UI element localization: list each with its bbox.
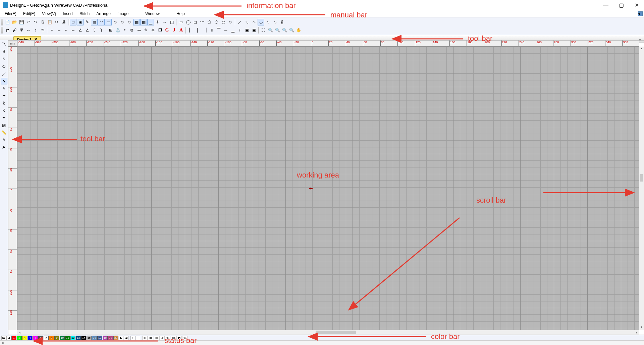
menu-arrange[interactable]: Arrange <box>93 11 114 17</box>
node2-icon[interactable]: ✦ <box>1 92 7 99</box>
letter-g[interactable]: G <box>164 27 170 33</box>
spiral-icon[interactable]: § <box>279 19 285 25</box>
text2-icon[interactable]: A <box>1 144 7 151</box>
pencil-icon[interactable]: ✎ <box>1 85 7 92</box>
zigzag-icon[interactable]: 〽 <box>1 41 7 48</box>
grid-icon[interactable]: ▦ <box>133 19 140 25</box>
c6-icon[interactable]: ∠ <box>84 27 91 33</box>
align-b-icon[interactable]: ▁ <box>229 27 236 33</box>
pal3-icon[interactable]: ◫ <box>154 336 159 340</box>
pen-icon[interactable]: ✎ <box>84 19 91 25</box>
k2-icon[interactable]: K <box>1 107 7 114</box>
grid3-icon[interactable]: ⊞ <box>107 27 114 33</box>
print-icon[interactable]: 🖶 <box>60 19 67 25</box>
color-swatch-5[interactable]: 5 <box>33 336 38 340</box>
c7-icon[interactable]: ⤹ <box>91 27 98 33</box>
curve-icon[interactable]: ◠ <box>98 19 105 25</box>
eye1-icon[interactable]: 👁 <box>159 336 165 340</box>
brush-icon[interactable]: 🖌 <box>11 27 18 33</box>
pan-icon[interactable]: ✋ <box>295 27 302 33</box>
color-swatch-6[interactable]: 6 <box>38 336 43 340</box>
color-swatch-9[interactable]: 9 <box>54 336 59 340</box>
color-swatch-3[interactable]: 3 <box>22 336 27 340</box>
close-button[interactable]: ✕ <box>632 2 641 8</box>
color-swatch-17[interactable]: 17 <box>97 336 102 340</box>
eye3-icon[interactable]: 👁 <box>182 336 187 340</box>
new-icon[interactable]: 📄 <box>4 19 11 25</box>
c3-icon[interactable]: ⌐ <box>63 27 69 33</box>
horizontal-scrollbar[interactable]: ◂ ▸ <box>17 330 639 335</box>
c2-icon[interactable]: ⌙ <box>56 27 62 33</box>
align-l-icon[interactable]: ▏ <box>187 27 194 33</box>
color-swatch-15[interactable]: 15 <box>87 336 92 340</box>
sine2-icon[interactable]: ∿ <box>272 19 278 25</box>
wave-icon[interactable]: 〰 <box>199 19 206 25</box>
color-remove[interactable]: − <box>136 336 140 340</box>
open-icon[interactable]: 📂 <box>11 19 18 25</box>
dist-h-icon[interactable]: ⫴ <box>208 27 215 33</box>
swap-icon[interactable]: ⇄ <box>4 27 11 33</box>
scroll-v-thumb[interactable] <box>640 174 643 182</box>
round-icon[interactable]: ◻ <box>192 19 199 25</box>
shape-icon[interactable]: ▭ <box>105 19 112 25</box>
undo-icon[interactable]: ↶ <box>25 19 32 25</box>
c5-icon[interactable]: ∠ <box>77 27 84 33</box>
scroll-down-icon[interactable]: ▾ <box>639 325 644 330</box>
color-nav-next[interactable]: ▶ <box>119 336 123 340</box>
meas-icon[interactable]: 📏 <box>1 129 7 136</box>
canvas[interactable] <box>17 47 639 330</box>
diamond-icon[interactable]: ◇ <box>1 63 7 70</box>
align-t-icon[interactable]: ▔ <box>215 27 222 33</box>
view2-icon[interactable]: ▣ <box>77 19 84 25</box>
pal5-icon[interactable]: ◩ <box>176 336 182 340</box>
grid2-icon[interactable]: ▦ <box>140 19 147 25</box>
dist-v-icon[interactable]: ⫲ <box>236 27 243 33</box>
s-icon[interactable]: S <box>1 48 7 55</box>
color-swatch-2[interactable]: 2 <box>17 336 22 340</box>
color-add[interactable]: + <box>130 336 135 340</box>
color-swatch-19[interactable]: 19 <box>108 336 113 340</box>
smile-icon[interactable]: ☺ <box>227 19 234 25</box>
c1-icon[interactable]: ⌐ <box>49 27 55 33</box>
menu-edite[interactable]: Edit(E) <box>20 11 39 17</box>
person3-icon[interactable]: ☺ <box>126 19 133 25</box>
scroll-left-icon[interactable]: ◂ <box>17 330 22 335</box>
menu-viewv[interactable]: View(V) <box>39 11 59 17</box>
menu-window[interactable]: Window <box>142 11 163 17</box>
scroll-right-icon[interactable]: ▸ <box>634 330 639 335</box>
cut-icon[interactable]: ✂ <box>53 19 60 25</box>
color-swatch-1[interactable]: 1 <box>11 336 16 340</box>
pal2-icon[interactable]: ▦ <box>148 336 153 340</box>
menu-stitch[interactable]: Stitch <box>76 11 93 17</box>
menu-image[interactable]: Image <box>114 11 132 17</box>
c8-icon[interactable]: ⤵ <box>98 27 105 33</box>
line-tool-icon[interactable]: ／ <box>1 70 7 77</box>
line1-icon[interactable]: ／ <box>236 19 243 25</box>
zoom-fit-icon[interactable]: ⛶ <box>260 27 267 33</box>
color-nav-first[interactable]: ⏮ <box>1 336 6 340</box>
maximize-button[interactable]: ▢ <box>616 2 626 8</box>
fill-icon[interactable]: ▨ <box>1 122 7 129</box>
move-icon[interactable]: ✥ <box>150 27 156 33</box>
color-swatch-12[interactable]: 12 <box>70 336 75 340</box>
color-swatch-14[interactable]: 14 <box>81 336 86 340</box>
hex-icon[interactable]: ⬡ <box>213 19 220 25</box>
zoom-1-icon[interactable]: 🔍 <box>288 27 295 33</box>
color-swatch-20[interactable]: 20 <box>113 336 118 340</box>
vertical-scrollbar[interactable]: ▴ ▾ <box>639 47 644 330</box>
person2-icon[interactable]: ☺ <box>119 19 126 25</box>
eye2-icon[interactable]: 👁 <box>165 336 170 340</box>
color-swatch-10[interactable]: 10 <box>60 336 65 340</box>
zoom-in-icon[interactable]: 🔍 <box>267 27 274 33</box>
color-swatch-7[interactable]: 7 <box>44 336 49 340</box>
color-swatch-4[interactable]: 4 <box>28 336 33 340</box>
zoom-sel-icon[interactable]: 🔍 <box>281 27 288 33</box>
node-icon[interactable]: • <box>121 27 128 33</box>
scroll-h-thumb[interactable] <box>316 331 356 334</box>
sine-icon[interactable]: ∿ <box>265 19 271 25</box>
align-m-icon[interactable]: ─ <box>222 27 229 33</box>
ellipse-icon[interactable]: ◯ <box>185 19 192 25</box>
arc-icon[interactable]: ◡ <box>258 19 264 25</box>
ring-icon[interactable]: ◎ <box>220 19 227 25</box>
center2-icon[interactable]: ▣ <box>251 27 257 33</box>
